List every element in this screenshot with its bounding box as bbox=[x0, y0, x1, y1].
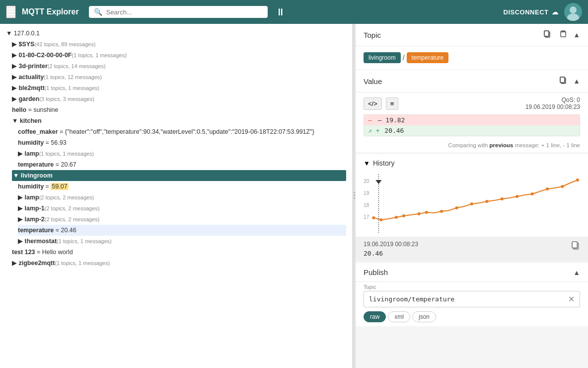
right-panel: Topic ▲ livingroom / temperature Value bbox=[356, 24, 588, 368]
avatar bbox=[564, 3, 582, 21]
menu-button[interactable]: ☰ bbox=[6, 5, 16, 18]
svg-point-19 bbox=[440, 210, 443, 213]
list-item[interactable]: hello = sunshine bbox=[12, 104, 346, 115]
svg-point-27 bbox=[561, 185, 564, 188]
svg-rect-32 bbox=[572, 242, 577, 248]
publish-topic-row: livingroom/temperature ✕ bbox=[364, 291, 580, 307]
value-section: Value ▲ </> ≡ QoS: 0 19.06.2019 00:08:23… bbox=[356, 70, 588, 152]
format-json-button[interactable]: json bbox=[412, 311, 436, 322]
list-item[interactable]: ▶ lamp-2(2 topics, 2 messages) bbox=[18, 214, 346, 225]
svg-point-23 bbox=[501, 197, 504, 200]
list-item-temperature[interactable]: temperature = 20.46 bbox=[18, 225, 346, 236]
expand-icon: ▶ bbox=[12, 41, 18, 48]
pause-button[interactable]: ⏸ bbox=[276, 6, 286, 18]
publish-clear-button[interactable]: ✕ bbox=[568, 294, 575, 304]
topic-section-title: Topic bbox=[364, 31, 537, 39]
history-copy-button[interactable] bbox=[571, 241, 580, 252]
value-section-header: Value ▲ bbox=[356, 70, 588, 92]
breadcrumb-temperature[interactable]: temperature bbox=[407, 52, 449, 63]
publish-collapse-button[interactable]: ▲ bbox=[573, 269, 580, 276]
svg-point-22 bbox=[485, 200, 488, 203]
tree-root-text: ▼ 127.0.0.1 bbox=[6, 30, 40, 37]
list-item[interactable]: ▶ thermostat(1 topics, 1 messages) bbox=[18, 236, 346, 247]
publish-section-header: Publish ▲ bbox=[356, 263, 588, 282]
history-section-title: History bbox=[373, 159, 395, 167]
svg-point-21 bbox=[470, 202, 473, 205]
list-item[interactable]: test 123 = Hello world bbox=[12, 247, 346, 258]
topic-section: Topic ▲ livingroom / temperature bbox=[356, 24, 588, 69]
list-item[interactable]: ▶ 01-80-C2-00-00-0F(1 topics, 1 messages… bbox=[12, 50, 346, 61]
list-item[interactable]: ▶ lamp(2 topics, 2 messages) bbox=[18, 192, 346, 203]
format-raw-button[interactable]: raw bbox=[364, 311, 386, 322]
svg-rect-5 bbox=[561, 32, 566, 37]
svg-point-24 bbox=[515, 195, 518, 198]
timestamp-label: 19.06.2019 00:08:23 bbox=[525, 103, 580, 110]
svg-rect-3 bbox=[544, 31, 549, 36]
history-section: ▼ History 20 19 18 17 bbox=[356, 154, 588, 261]
history-section-header: ▼ History bbox=[356, 154, 588, 172]
list-item[interactable]: coffee_maker = {"heater":"off","temperat… bbox=[18, 126, 346, 137]
search-box: 🔍 bbox=[89, 6, 268, 18]
svg-point-16 bbox=[402, 214, 405, 217]
format-xml-button[interactable]: xml bbox=[388, 311, 410, 322]
header-right: DISCONNECT ☁ bbox=[504, 3, 582, 21]
list-view-button[interactable]: ≡ bbox=[386, 97, 399, 110]
topic-collapse-button[interactable]: ▲ bbox=[573, 31, 580, 39]
svg-point-25 bbox=[531, 192, 534, 195]
list-item[interactable]: humidity = 59.07 bbox=[18, 181, 346, 192]
list-item[interactable]: humidity = 56.93 bbox=[18, 137, 346, 148]
tree-root-label[interactable]: ▼ 127.0.0.1 bbox=[6, 28, 346, 39]
code-view-button[interactable]: </> bbox=[364, 97, 382, 110]
publish-topic-value: livingroom/temperature bbox=[369, 295, 568, 303]
list-item[interactable]: ▶ zigbee2mqtt(1 topics, 1 messages) bbox=[12, 258, 346, 269]
svg-point-0 bbox=[570, 6, 577, 13]
svg-point-28 bbox=[576, 179, 579, 182]
value-collapse-button[interactable]: ▲ bbox=[573, 77, 580, 85]
history-bottom: 19.06.2019 00:08:23 20.46 bbox=[356, 237, 588, 261]
tree-root: ▼ 127.0.0.1 ▶ $SYS(42 topics, 89 message… bbox=[6, 28, 346, 269]
list-item[interactable]: ▶ ble2mqtt(1 topics, 1 messages) bbox=[12, 83, 346, 93]
publish-format-row: raw xml json bbox=[356, 311, 588, 326]
search-input[interactable] bbox=[106, 8, 263, 16]
svg-point-18 bbox=[425, 211, 428, 214]
search-icon: 🔍 bbox=[94, 8, 102, 16]
publish-section: Publish ▲ Topic livingroom/temperature ✕… bbox=[356, 263, 588, 326]
tree-panel: ▼ 127.0.0.1 ▶ $SYS(42 topics, 89 message… bbox=[0, 24, 353, 368]
svg-text:17: 17 bbox=[364, 214, 369, 220]
breadcrumb-livingroom[interactable]: livingroom bbox=[364, 52, 401, 63]
topic-delete-button[interactable] bbox=[557, 29, 569, 41]
list-item[interactable]: ▶ 3d-printer(2 topics, 14 messages) bbox=[12, 61, 346, 72]
diff-add-icon: ↗ + bbox=[368, 127, 379, 134]
svg-text:18: 18 bbox=[364, 202, 369, 208]
value-meta: QoS: 0 19.06.2019 00:08:23 bbox=[525, 96, 580, 110]
diff-area: – – 19.82 ↗ + 20.46 bbox=[364, 114, 580, 136]
diff-remove-icon: – bbox=[368, 116, 372, 124]
history-info: 19.06.2019 00:08:23 20.46 bbox=[364, 241, 418, 257]
svg-text:20: 20 bbox=[364, 179, 369, 184]
diff-added-line: ↗ + 20.46 bbox=[364, 125, 580, 136]
disconnect-button[interactable]: DISCONNECT ☁ bbox=[504, 8, 558, 16]
topic-section-header: Topic ▲ bbox=[356, 24, 588, 46]
list-item[interactable]: ▶ lamp-1(2 topics, 2 messages) bbox=[18, 203, 346, 214]
list-item[interactable]: ▶ lamp(1 topics, 1 messages) bbox=[18, 148, 346, 159]
value-toolbar: </> ≡ QoS: 0 19.06.2019 00:08:23 bbox=[356, 92, 588, 114]
svg-text:19: 19 bbox=[364, 190, 369, 196]
chart-area: 20 19 18 17 bbox=[356, 172, 588, 237]
topic-breadcrumb: livingroom / temperature bbox=[356, 46, 588, 69]
value-copy-button[interactable] bbox=[557, 75, 569, 87]
list-item[interactable]: temperature = 20.67 bbox=[18, 159, 346, 170]
history-chart: 20 19 18 17 bbox=[364, 174, 580, 234]
list-item-livingroom[interactable]: ▼ livingroom bbox=[12, 170, 346, 181]
svg-point-1 bbox=[567, 13, 579, 21]
list-item[interactable]: ▼ kitchen bbox=[12, 115, 346, 126]
diff-compare-note: Comparing with previous message: + 1 lin… bbox=[356, 140, 588, 152]
list-item[interactable]: ▶ garden(3 topics, 3 messages) bbox=[12, 93, 346, 104]
topic-copy-button[interactable] bbox=[541, 29, 553, 41]
app-title: MQTT Explorer bbox=[22, 7, 79, 16]
value-section-title: Value bbox=[364, 77, 553, 86]
publish-section-title: Publish bbox=[364, 268, 569, 276]
list-item[interactable]: ▶ $SYS(42 topics, 89 messages) bbox=[12, 39, 346, 50]
history-timestamp: 19.06.2019 00:08:23 bbox=[364, 241, 418, 248]
list-item[interactable]: ▶ actuality(1 topics, 12 messages) bbox=[12, 72, 346, 83]
svg-point-20 bbox=[455, 206, 458, 209]
